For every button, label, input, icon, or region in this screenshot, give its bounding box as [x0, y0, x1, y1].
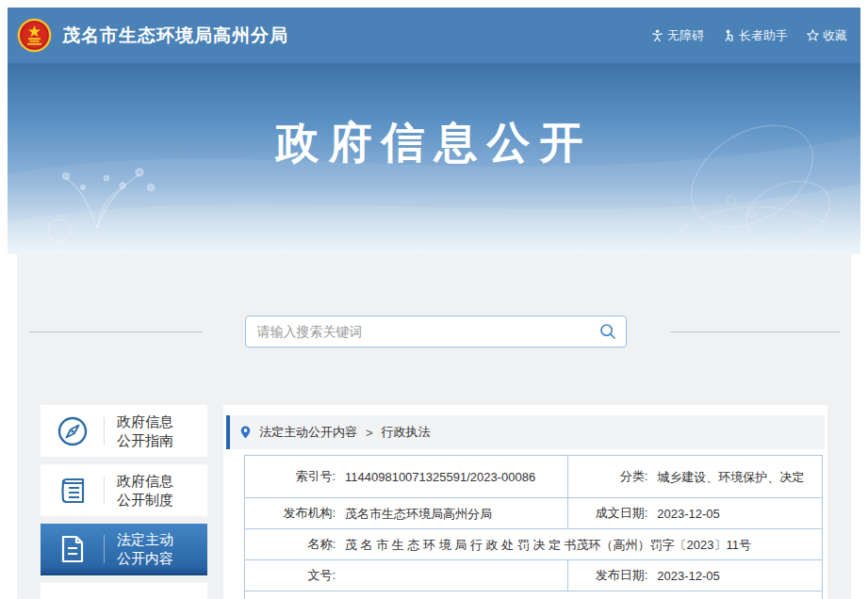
content-area: 政府信息 公开指南	[17, 254, 851, 599]
index-label: 索引号:	[253, 468, 336, 485]
table-row-partial	[245, 591, 823, 599]
name-cell: 名称: 茂 名 市 生 态 环 境 局 行 政 处 罚 决 定 书茂环（高州）罚…	[245, 529, 823, 560]
category-cell: 分类: 城乡建设、环境保护、决定	[568, 456, 823, 498]
sidebar-item-label: 政府信息 公开制度	[117, 472, 173, 510]
location-pin-icon	[240, 426, 251, 439]
name-value: 茂 名 市 生 态 环 境 局 行 政 处 罚 决 定 书茂环（高州）罚字〔20…	[345, 537, 814, 553]
name-label: 名称:	[253, 536, 336, 553]
document-info-table: 索引号: 114409810071325591/2023-00086 分类: 城…	[244, 455, 823, 599]
accessibility-label: 无障碍	[667, 27, 704, 44]
sidebar-divider	[104, 535, 105, 563]
sidebar-item-statutory-disclosure[interactable]: 法定主动 公开内容	[41, 524, 207, 575]
search-row	[17, 254, 851, 348]
category-label: 分类:	[576, 468, 647, 485]
table-row-docno-publish: 文号: 发布日期: 2023-12-05	[245, 560, 823, 591]
sidebar: 政府信息 公开指南	[41, 405, 207, 599]
breadcrumb: 法定主动公开内容 > 行政执法	[226, 415, 825, 449]
compass-icon	[41, 415, 104, 447]
site-title: 茂名市生态环境局高州分局	[62, 24, 288, 48]
divider-line-right	[670, 332, 840, 332]
search-button[interactable]	[599, 323, 616, 340]
doc-no-cell: 文号:	[245, 560, 568, 591]
partial-cell	[245, 591, 823, 599]
table-row-name: 名称: 茂 名 市 生 态 环 境 局 行 政 处 罚 决 定 书茂环（高州）罚…	[245, 529, 823, 560]
book-icon	[41, 475, 104, 507]
national-emblem-icon	[17, 18, 52, 53]
written-date-label: 成文日期:	[576, 505, 647, 522]
content-panel: 法定主动公开内容 > 行政执法 索引号: 114409810071325591/…	[223, 405, 827, 599]
issuer-label: 发布机构:	[253, 505, 336, 522]
header-bar: 茂名市生态环境局高州分局 无障碍 长者助手 收藏	[8, 8, 860, 63]
sidebar-item-label: 法定主动 公开内容	[117, 530, 173, 568]
main-row: 政府信息 公开指南	[17, 405, 851, 599]
sidebar-divider	[104, 477, 105, 505]
breadcrumb-item-enforcement[interactable]: 行政执法	[382, 424, 431, 441]
page: 茂名市生态环境局高州分局 无障碍 长者助手 收藏	[8, 8, 860, 599]
table-row-index-category: 索引号: 114409810071325591/2023-00086 分类: 城…	[245, 456, 823, 498]
publish-date-value: 2023-12-05	[657, 568, 814, 584]
sidebar-divider	[104, 417, 105, 445]
index-cell: 索引号: 114409810071325591/2023-00086	[245, 456, 568, 498]
elder-assistant-icon	[723, 29, 735, 41]
elder-assistant-link[interactable]: 长者助手	[723, 27, 788, 44]
site-brand[interactable]: 茂名市生态环境局高州分局	[17, 18, 288, 53]
table-row-issuer-date: 发布机构: 茂名市生态环境局高州分局 成文日期: 2023-12-05	[245, 498, 823, 529]
search-icon	[599, 323, 616, 340]
star-icon	[807, 29, 819, 41]
doc-no-label: 文号:	[253, 567, 336, 584]
elder-assistant-label: 长者助手	[739, 27, 788, 44]
accessibility-link[interactable]: 无障碍	[651, 27, 704, 44]
publish-date-cell: 发布日期: 2023-12-05	[568, 560, 823, 591]
index-value: 114409810071325591/2023-00086	[345, 469, 560, 485]
written-date-cell: 成文日期: 2023-12-05	[568, 498, 823, 529]
sidebar-item-guide[interactable]: 政府信息 公开指南	[41, 405, 207, 457]
publish-date-label: 发布日期:	[576, 567, 647, 584]
banner: 政府信息公开	[8, 63, 860, 254]
search-box	[245, 316, 627, 348]
breadcrumb-separator: >	[366, 426, 373, 440]
issuer-value: 茂名市生态环境局高州分局	[345, 506, 560, 522]
search-input[interactable]	[257, 324, 599, 339]
written-date-value: 2023-12-05	[657, 506, 814, 522]
sidebar-item-label: 政府信息 公开指南	[117, 413, 173, 450]
breadcrumb-item-statutory[interactable]: 法定主动公开内容	[259, 424, 357, 441]
banner-title: 政府信息公开	[8, 114, 860, 172]
sidebar-item-partial[interactable]	[41, 583, 207, 599]
sidebar-item-system[interactable]: 政府信息 公开制度	[41, 464, 207, 516]
favorite-link[interactable]: 收藏	[807, 27, 847, 44]
header-links: 无障碍 长者助手 收藏	[651, 27, 847, 44]
category-value: 城乡建设、环境保护、决定	[657, 469, 814, 485]
document-icon	[41, 534, 104, 564]
divider-line-left	[29, 332, 203, 332]
issuer-cell: 发布机构: 茂名市生态环境局高州分局	[245, 498, 568, 529]
favorite-label: 收藏	[823, 27, 847, 44]
accessibility-icon	[651, 29, 663, 41]
